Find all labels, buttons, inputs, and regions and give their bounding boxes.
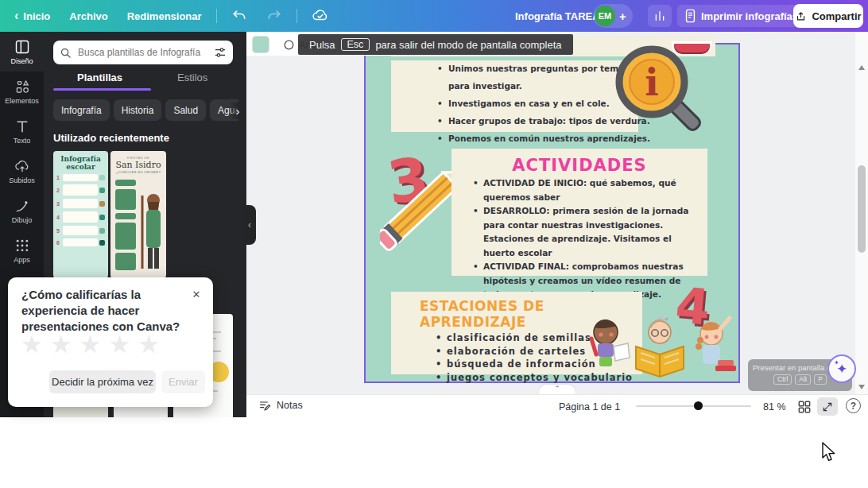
tab-estilos[interactable]: Estilos	[177, 72, 207, 83]
tab-plantillas[interactable]: Plantillas	[77, 72, 122, 83]
scroll-down-arrow[interactable]	[858, 385, 865, 389]
page-indicator: Página 1 de 1	[559, 401, 620, 412]
fullscreen-button[interactable]	[817, 397, 838, 416]
insights-button[interactable]	[648, 5, 672, 27]
star-icon[interactable]: ★	[108, 331, 138, 358]
send-button[interactable]: Enviar	[161, 370, 205, 393]
printer-icon	[685, 9, 696, 23]
fullscreen-exit-notification: Pulsa Esc para salir del modo de pantall…	[298, 34, 573, 55]
rail-label: Apps	[14, 256, 30, 264]
avatar[interactable]: EM	[595, 6, 615, 26]
back-home-button[interactable]: ‹ Inicio	[5, 9, 60, 23]
kids-illustration[interactable]	[582, 313, 737, 378]
rail-label: Texto	[14, 137, 31, 145]
sidebar-item-diseno[interactable]: Diseño	[0, 32, 44, 72]
kbd-p: P	[814, 374, 827, 385]
actividades-list: ACTIVIDAD DE INICIO: qué sabemos, qué qu…	[451, 176, 707, 302]
notes-button[interactable]: Notas	[258, 399, 303, 412]
notes-label: Notas	[277, 400, 303, 411]
kbd-ctrl: Ctrl	[773, 374, 792, 385]
sparkle-mini-icon: ✦	[834, 359, 839, 366]
share-button[interactable]: Compartir	[793, 4, 863, 28]
sidebar-item-apps[interactable]: Apps	[0, 230, 44, 270]
sidebar-item-subidos[interactable]: Subidos	[0, 151, 44, 191]
bullet-line: Investigamos en casa y en el cole.	[448, 99, 610, 108]
share-label: Compartir	[812, 10, 861, 22]
svg-text:i: i	[645, 61, 658, 104]
star-icon[interactable]: ★	[50, 331, 79, 358]
kbd-alt: Alt	[795, 374, 811, 385]
infographic-page[interactable]: • Unimos nuestras preguntas por temática…	[366, 45, 738, 381]
menu-redimensionar[interactable]: Redimensionar	[118, 10, 211, 22]
toolbar-divider	[296, 9, 297, 23]
sidebar-item-elementos[interactable]: Elementos	[0, 72, 44, 111]
bottom-whitespace	[0, 417, 868, 488]
chip-infografia[interactable]: Infografía	[53, 99, 110, 121]
collapse-chevron-icon: ‹	[248, 219, 251, 230]
chip-salud[interactable]: Salud	[165, 99, 206, 121]
assistant-sparkle-button[interactable]: ✦ ✦	[827, 354, 856, 383]
notif-post: para salir del modo de pantalla completa	[375, 39, 561, 51]
undo-icon	[231, 8, 247, 24]
menu-archivo[interactable]: Archivo	[60, 10, 117, 22]
vertical-scrollbar[interactable]	[854, 32, 868, 394]
san-isidro-figure	[138, 189, 165, 277]
zoom-slider-handle[interactable]	[694, 401, 703, 410]
question-mark: ?	[851, 401, 856, 412]
print-infographics-button[interactable]: Imprimir infografías	[677, 5, 806, 27]
panel-collapse-handle[interactable]: ‹	[243, 205, 256, 245]
star-icon[interactable]: ★	[21, 331, 50, 358]
pencil-illustration[interactable]	[380, 144, 459, 279]
esc-key: Esc	[341, 38, 370, 51]
card-actividades[interactable]: ACTIVIDADES ACTIVIDAD DE INICIO: qué sab…	[451, 149, 707, 276]
card-preguntas[interactable]: • Unimos nuestras preguntas por temática…	[391, 60, 638, 132]
share-upload-icon	[795, 10, 807, 22]
color-swatch[interactable]	[253, 37, 269, 52]
grid-view-button[interactable]	[796, 399, 812, 415]
template-thumbnail-san-isidro[interactable]: FIESTAS DE San Isidro ¿CONOCES SU ORIGEN…	[110, 151, 166, 278]
collaborators-pill: EM +	[593, 4, 633, 28]
actividades-title: ACTIVIDADES	[451, 156, 707, 175]
zoom-percent: 81 %	[763, 401, 786, 412]
star-icon[interactable]: ★	[79, 331, 109, 358]
design-icon	[14, 39, 30, 55]
apps-grid-icon	[14, 238, 30, 254]
redo-button[interactable]	[257, 8, 292, 24]
undo-button[interactable]	[222, 8, 257, 24]
grid-view-icon	[796, 399, 812, 415]
star-icon[interactable]: ★	[138, 331, 167, 358]
bar-chart-icon	[653, 10, 666, 22]
canva-editor: ‹ Inicio Archivo Redimensionar Infografí…	[0, 0, 868, 488]
chip-historia[interactable]: Historia	[114, 99, 162, 121]
star-rating[interactable]: ★★★★★	[21, 330, 167, 359]
bottom-bar: Notas Página 1 de 1 81 % ?	[246, 394, 868, 418]
toolbar-divider	[216, 9, 217, 23]
back-chevron-icon: ‹	[14, 9, 18, 23]
filter-icon[interactable]	[214, 46, 227, 59]
recent-section-title: Utilizado recientemente	[53, 132, 169, 144]
notes-icon	[258, 399, 271, 412]
back-home-label: Inicio	[23, 10, 50, 22]
scroll-up-arrow[interactable]	[858, 65, 865, 70]
add-collaborator-button[interactable]: +	[619, 10, 626, 23]
sidebar-item-dibujo[interactable]: Dibujo	[0, 191, 44, 230]
bullet-item: DESARROLLO: primera sesión de la jornada…	[483, 204, 699, 260]
top-bar: ‹ Inicio Archivo Redimensionar Infografí…	[0, 0, 868, 32]
thumb1-title: Infografía	[60, 155, 101, 163]
close-icon[interactable]: ✕	[189, 287, 203, 301]
search-box	[53, 41, 233, 64]
survey-question: ¿Cómo calificarías la experiencia de hac…	[21, 287, 187, 334]
thumb2-eyebrow: FIESTAS DE	[110, 151, 166, 160]
feedback-dialog: ¿Cómo calificarías la experiencia de hac…	[8, 277, 213, 407]
fullscreen-icon	[822, 401, 833, 412]
decide-later-button[interactable]: Decidir la próxima vez	[49, 370, 156, 393]
template-thumbnail-infografia-escolar[interactable]: Infografía escolar 1 2 3 4 5 6	[53, 151, 108, 278]
sidebar-item-texto[interactable]: Texto	[0, 111, 44, 151]
search-input[interactable]	[76, 46, 209, 59]
scrollbar-thumb[interactable]	[858, 165, 866, 253]
upload-cloud-icon	[14, 158, 30, 174]
magnifier-info-illustration[interactable]: i	[604, 45, 711, 137]
zoom-slider[interactable]	[636, 405, 751, 407]
chips-next-arrow[interactable]: ›	[229, 102, 246, 119]
help-button[interactable]: ?	[846, 398, 861, 413]
